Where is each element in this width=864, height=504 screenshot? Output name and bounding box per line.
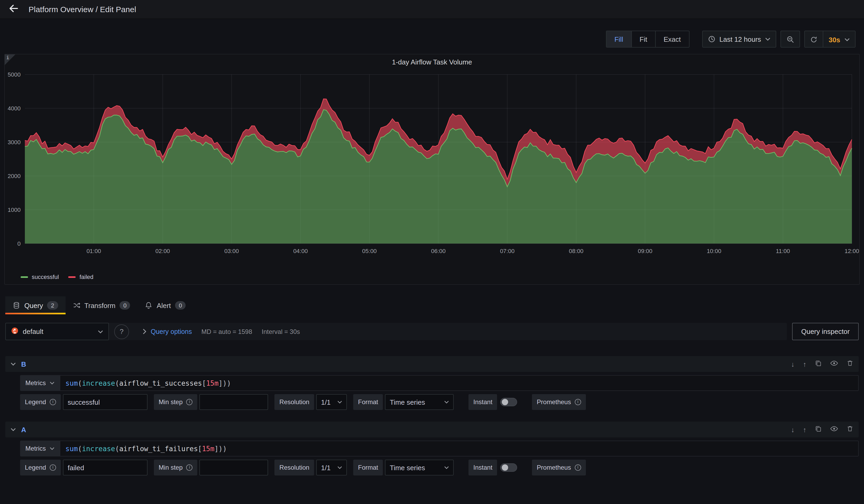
instant-toggle[interactable] [500,463,517,472]
promql-token: 15m [206,379,219,387]
query-header: B ↓ ↑ [5,356,859,372]
query-ref-label: B [21,360,26,368]
resolution-select[interactable]: 1/1 [316,459,347,476]
promql-expression-input[interactable]: sum(increase(airflow_ti_failures[15m])) [60,441,859,456]
interval-text: Interval = 30s [262,328,300,335]
panel-title: 1-day Airflow Task Volume [5,54,859,69]
time-range-picker[interactable]: Last 12 hours [702,30,777,48]
min-step-label: Min stepi [154,394,197,410]
min-step-label: Min stepi [154,459,197,476]
instant-label: Instant [468,394,497,410]
mode-fit-button[interactable]: Fit [631,31,655,47]
tab-query[interactable]: Query 2 [5,296,65,314]
question-mark-icon: ? [120,328,123,335]
promql-token: ( [115,445,119,453]
min-step-input[interactable] [200,394,268,410]
query-options-toggle[interactable]: Query options [143,328,192,335]
database-icon [13,302,20,309]
instant-toggle[interactable] [500,398,517,406]
mode-fill-button[interactable]: Fill [607,31,631,47]
query-row-a: A ↓ ↑ Metrics [5,421,859,476]
legend-input[interactable] [63,394,147,410]
promql-token: sum [65,445,78,453]
query-inspector-button[interactable]: Query inspector [792,323,859,340]
resolution-select[interactable]: 1/1 [316,394,347,410]
info-icon: i [50,399,56,405]
query-editor-body: Metrics sum(increase(airflow_ti_successe… [5,375,859,410]
datasource-strip: default ? Query options MD = auto = 1598… [5,323,787,340]
top-bar: Platform Overview / Edit Panel [0,0,864,19]
remove-query-button[interactable] [847,360,853,368]
remove-query-button[interactable] [847,425,853,434]
query-ref-label: A [21,426,26,433]
svg-text:11:00: 11:00 [776,248,790,254]
datasource-type-label: Prometheusi [532,394,586,410]
arrow-left-icon [9,3,19,15]
tab-count-badge: 0 [120,301,130,310]
datasource-row: default ? Query options MD = auto = 1598… [5,323,859,340]
promql-token: increase [82,379,115,387]
promql-expression-input[interactable]: sum(increase(airflow_ti_successes[15m])) [60,375,859,391]
move-query-down-button[interactable]: ↓ [791,426,794,433]
move-query-up-button[interactable]: ↑ [803,360,806,368]
info-icon: i [187,464,193,471]
chevron-down-icon [765,37,771,41]
refresh-interval-dropdown[interactable]: 30s [823,31,855,48]
promql-token: airflow_ti_failures [119,445,198,453]
eye-icon [830,359,838,369]
svg-text:07:00: 07:00 [500,248,515,254]
datasource-help-button[interactable]: ? [114,324,129,339]
refresh-button[interactable] [805,31,823,48]
collapse-chevron-icon[interactable] [11,362,16,366]
svg-text:06:00: 06:00 [431,248,445,254]
format-label: Format [353,394,383,410]
duplicate-query-button[interactable] [815,360,822,368]
svg-text:10:00: 10:00 [707,248,721,254]
chevron-down-icon [49,447,54,450]
format-label: Format [353,459,383,476]
datasource-name: default [23,328,43,335]
tab-alert[interactable]: Alert 0 [138,296,193,314]
legend-input[interactable] [63,459,147,476]
zoom-out-button[interactable] [781,30,800,48]
tab-count-badge: 2 [47,301,58,310]
promql-token: )) [219,445,227,453]
format-select[interactable]: Time series [385,459,454,476]
duplicate-query-button[interactable] [815,425,822,434]
move-query-down-button[interactable]: ↓ [791,360,794,368]
chevron-right-icon [143,329,146,334]
legend-item-successful[interactable]: successful [21,274,59,280]
svg-text:03:00: 03:00 [224,248,239,254]
editor-tabs: Query 2 Transform 0 Alert 0 [5,296,859,314]
min-step-input[interactable] [200,459,268,476]
timeseries-chart[interactable]: 01000200030004000500001:0002:0003:0004:0… [5,69,859,273]
chart-legend: successful failed [5,273,859,282]
refresh-interval-label: 30s [829,36,840,44]
instant-label: Instant [468,459,497,476]
query-code-row: Metrics sum(increase(airflow_ti_failures… [20,441,859,456]
edit-panel-page: Platform Overview / Edit Panel Fill Fit … [0,0,864,504]
metrics-dropdown[interactable]: Metrics [20,441,60,456]
info-icon: i [575,399,581,405]
disable-query-button[interactable] [830,359,838,369]
format-select[interactable]: Time series [385,394,454,410]
svg-text:01:00: 01:00 [86,248,101,254]
collapse-chevron-icon[interactable] [11,428,16,431]
back-button[interactable] [9,3,19,15]
legend-label: failed [80,274,94,280]
toggle-knob [502,464,508,471]
query-options-row: Legendi Min stepi Resolution 1/1 Format … [20,394,859,410]
mode-exact-button[interactable]: Exact [655,31,689,47]
move-query-up-button[interactable]: ↑ [803,426,806,433]
page-title: Platform Overview / Edit Panel [28,5,136,14]
query-actions: ↓ ↑ [791,425,853,434]
tab-transform[interactable]: Transform 0 [65,296,138,314]
disable-query-button[interactable] [830,425,838,434]
legend-item-failed[interactable]: failed [69,274,94,280]
datasource-picker[interactable]: default [5,323,109,340]
metrics-dropdown[interactable]: Metrics [20,375,60,391]
chevron-down-icon [49,381,54,385]
svg-text:04:00: 04:00 [293,248,308,254]
datasource-type-label: Prometheusi [532,459,586,476]
panel-info-corner[interactable]: i [5,54,15,65]
